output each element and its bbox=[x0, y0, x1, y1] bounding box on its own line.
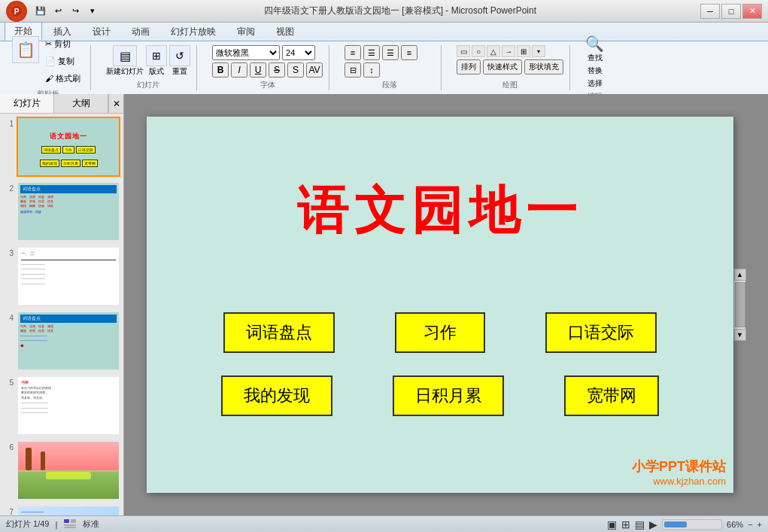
tab-outline[interactable]: 大纲 bbox=[54, 94, 108, 113]
slide-item-4[interactable]: 4 词语盘点 鸟鸣 涟漪 轻盈 潇洒飘逸 舒缓 轻柔 优美 ——————————… bbox=[3, 311, 120, 371]
align-right-btn[interactable]: ☰ bbox=[382, 45, 399, 60]
reset-btn[interactable]: ↺ 重置 bbox=[169, 45, 190, 77]
zoom-in-btn[interactable]: + bbox=[757, 520, 762, 529]
slide-thumb-2[interactable]: 词语盘点 鸟鸣 涟漪 轻盈 潇洒飘逸 舒缓 轻柔 优美翱翔 婀娜 悠扬 绵延 读… bbox=[17, 181, 120, 242]
slide-thumb-4[interactable]: 词语盘点 鸟鸣 涟漪 轻盈 潇洒飘逸 舒缓 轻柔 优美 ————————————… bbox=[17, 311, 120, 371]
title-bar-left: P 💾 ↩ ↪ ▾ bbox=[6, 1, 100, 22]
more-shapes-btn[interactable]: ▾ bbox=[532, 45, 545, 57]
ribbon-drawing: ▭ ○ △ → ⊞ ▾ 排列 快速样式 形状填充 绘图 bbox=[451, 45, 570, 90]
tab-slideshow[interactable]: 幻灯片放映 bbox=[161, 23, 226, 41]
select-btn[interactable]: 选择 bbox=[587, 78, 603, 89]
cut-btn[interactable]: ✂ 剪切 bbox=[41, 36, 84, 52]
save-quick-btn[interactable]: 💾 bbox=[33, 4, 48, 19]
shape-fill-btn[interactable]: 形状填充 bbox=[524, 59, 563, 74]
redo-quick-btn[interactable]: ↪ bbox=[68, 4, 83, 19]
arrange-btn[interactable]: ⊞ bbox=[517, 45, 530, 57]
shape-arrow[interactable]: → bbox=[502, 45, 515, 57]
char-spacing-btn[interactable]: AV bbox=[306, 62, 323, 78]
thumb-inner-7: —————————————————— bbox=[18, 506, 119, 515]
slide-list: 1 语文园地一 词语盘点 习作 口语交际 我的发现 日积月累 宽带网 bbox=[0, 114, 123, 515]
shadow-btn[interactable]: S bbox=[287, 62, 304, 78]
paste-btn[interactable]: 📋 bbox=[12, 36, 39, 63]
underline-btn[interactable]: U bbox=[250, 62, 266, 78]
shape-rect[interactable]: ▭ bbox=[457, 45, 470, 57]
btn-kouyujiaoji[interactable]: 口语交际 bbox=[545, 312, 657, 353]
btn-kuandaiwang[interactable]: 宽带网 bbox=[564, 375, 659, 416]
slideshow-btn[interactable]: ▶ bbox=[649, 518, 657, 530]
thumb-inner-2: 词语盘点 鸟鸣 涟漪 轻盈 潇洒飘逸 舒缓 轻柔 优美翱翔 婀娜 悠扬 绵延 读… bbox=[18, 183, 119, 240]
slide-number-3: 3 bbox=[3, 249, 14, 257]
tab-slides[interactable]: 幻灯片 bbox=[0, 94, 54, 113]
format-painter-btn[interactable]: 🖌 格式刷 bbox=[41, 71, 84, 87]
replace-btn[interactable]: 替换 bbox=[587, 65, 603, 76]
slide-sorter-btn[interactable]: ⊞ bbox=[621, 518, 630, 530]
paragraph-label: 段落 bbox=[382, 80, 397, 90]
new-slide-btn[interactable]: ▤ 新建幻灯片 bbox=[106, 45, 144, 77]
zoom-out-btn[interactable]: − bbox=[748, 520, 752, 529]
ribbon-content: 📋 ✂ 剪切 📄 复制 🖌 格式刷 剪贴板 ▤ 新建幻灯片 ⊞ 版式 bbox=[0, 41, 768, 94]
reading-view-btn[interactable]: ▤ bbox=[635, 518, 645, 530]
copy-btn[interactable]: 📄 复制 bbox=[41, 53, 84, 69]
slide-thumb-7[interactable]: —————————————————— bbox=[17, 505, 120, 515]
font-size-select[interactable]: 24 bbox=[282, 45, 315, 60]
slide-item-3[interactable]: 3 一、二 ——————————————————————————————————… bbox=[3, 246, 120, 306]
italic-btn[interactable]: I bbox=[231, 62, 247, 78]
panel-close-btn[interactable]: ✕ bbox=[108, 94, 123, 113]
watermark: 小学PPT课件站 www.kjzhan.com bbox=[632, 458, 726, 487]
slide-thumb-6[interactable] bbox=[17, 440, 120, 500]
watermark-line1: 小学PPT课件站 bbox=[632, 458, 726, 476]
slide-btn-row-1: 词语盘点 习作 口语交际 bbox=[223, 312, 657, 353]
tab-animation[interactable]: 动画 bbox=[122, 23, 159, 41]
slide-item-1[interactable]: 1 语文园地一 词语盘点 习作 口语交际 我的发现 日积月累 宽带网 bbox=[3, 117, 120, 177]
more-quick-btn[interactable]: ▾ bbox=[85, 4, 100, 19]
scroll-down-btn[interactable]: ▼ bbox=[734, 329, 746, 341]
layout-btn[interactable]: ⊞ 版式 bbox=[146, 45, 167, 77]
close-btn[interactable]: ✕ bbox=[742, 4, 762, 19]
arrange-order-btn[interactable]: 排列 bbox=[457, 59, 481, 74]
tab-review[interactable]: 审阅 bbox=[227, 23, 265, 41]
scroll-up-btn[interactable]: ▲ bbox=[734, 269, 746, 281]
slides-label: 幻灯片 bbox=[137, 80, 159, 90]
btn-xizuo[interactable]: 习作 bbox=[395, 312, 485, 353]
btn-ciyupandian[interactable]: 词语盘点 bbox=[223, 312, 335, 353]
tab-design[interactable]: 设计 bbox=[83, 23, 120, 41]
zoom-slider[interactable] bbox=[662, 519, 722, 530]
btn-rijiyuelei[interactable]: 日积月累 bbox=[393, 375, 504, 416]
align-left-btn[interactable]: ≡ bbox=[345, 45, 361, 60]
align-center-btn[interactable]: ☰ bbox=[363, 45, 380, 60]
strikethrough-btn[interactable]: S bbox=[269, 62, 285, 78]
ribbon: 开始 插入 设计 动画 幻灯片放映 审阅 视图 ? 📋 ✂ 剪切 📄 复制 🖌 … bbox=[0, 23, 768, 94]
slide-item-6[interactable]: 6 bbox=[3, 440, 120, 500]
thumb-inner-5: 习作 本次习作写自己的发现，要求把发现写清楚，写具体，写生动。—————————… bbox=[18, 377, 119, 434]
slide-item-5[interactable]: 5 习作 本次习作写自己的发现，要求把发现写清楚，写具体，写生动。———————… bbox=[3, 375, 120, 436]
line-spacing-btn[interactable]: ↕ bbox=[363, 62, 380, 78]
font-family-select[interactable]: 微软雅黑 bbox=[212, 45, 280, 60]
theme-label bbox=[63, 518, 77, 530]
ribbon-font: 微软雅黑 24 B I U S S AV 字体 bbox=[206, 45, 329, 90]
quick-styles-btn[interactable]: 快速样式 bbox=[483, 59, 522, 74]
justify-btn[interactable]: ≡ bbox=[401, 45, 417, 60]
slide-item-2[interactable]: 2 词语盘点 鸟鸣 涟漪 轻盈 潇洒飘逸 舒缓 轻柔 优美翱翔 婀娜 悠扬 绵延… bbox=[3, 181, 120, 242]
slide-thumb-1[interactable]: 语文园地一 词语盘点 习作 口语交际 我的发现 日积月累 宽带网 bbox=[17, 117, 120, 177]
find-btn[interactable]: 🔍 查找 bbox=[585, 35, 604, 63]
minimize-btn[interactable]: ─ bbox=[700, 4, 720, 19]
column-btn[interactable]: ⊟ bbox=[345, 62, 361, 78]
undo-quick-btn[interactable]: ↩ bbox=[50, 4, 65, 19]
scroll-thumb[interactable] bbox=[735, 282, 745, 327]
status-left: 幻灯片 1/49 | 标准 bbox=[6, 518, 99, 530]
slide-canvas[interactable]: 语文园地一 词语盘点 习作 口语交际 我的发现 日积月累 宽带网 小学PPT课件… bbox=[147, 117, 733, 493]
shape-circle[interactable]: ○ bbox=[472, 45, 485, 57]
slide-thumb-5[interactable]: 习作 本次习作写自己的发现，要求把发现写清楚，写具体，写生动。—————————… bbox=[17, 375, 120, 436]
btn-wodefaxian[interactable]: 我的发现 bbox=[221, 375, 332, 416]
svg-rect-2 bbox=[64, 519, 69, 523]
standard-label: 标准 bbox=[83, 518, 99, 530]
bold-btn[interactable]: B bbox=[212, 62, 229, 78]
office-button[interactable]: P bbox=[6, 1, 27, 22]
restore-btn[interactable]: □ bbox=[721, 4, 741, 19]
shape-triangle[interactable]: △ bbox=[487, 45, 500, 57]
slide-thumb-3[interactable]: 一、二 ————————————————————————————————————… bbox=[17, 246, 120, 306]
normal-view-btn[interactable]: ▣ bbox=[607, 518, 617, 530]
tab-view[interactable]: 视图 bbox=[266, 23, 304, 41]
drawing-label: 绘图 bbox=[502, 80, 518, 90]
slide-item-7[interactable]: 7 —————————————————— bbox=[3, 505, 120, 515]
